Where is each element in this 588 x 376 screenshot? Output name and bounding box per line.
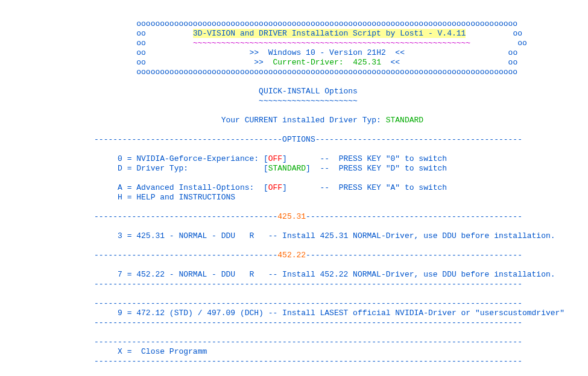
quick-install-title: QUICK-INSTALL Options (259, 87, 358, 96)
div-452-pre: --------------------------------------- (94, 251, 277, 260)
divider: ----------------------------------------… (94, 299, 522, 308)
option-a[interactable]: A = Advanced Install-Options: [ (118, 183, 268, 192)
divider: ----------------------------------------… (94, 357, 522, 366)
option-a-value: OFF (268, 183, 282, 192)
cur-pre: >> (254, 58, 273, 67)
windows-version: >> Windows 10 - Version 21H2 << (250, 48, 405, 57)
options-divider-post: ----------------------------------------… (315, 135, 522, 144)
options-divider-pre: ---------------------------------------- (94, 135, 282, 144)
quick-install-underline: ~~~~~~~~~~~~~~~~~~~~~ (259, 96, 358, 105)
option-0-value: OFF (268, 154, 282, 163)
divider: ----------------------------------------… (94, 280, 522, 289)
option-d[interactable]: D = Driver Typ: [ (118, 164, 268, 173)
option-a-post: ] -- PRESS KEY "A" to switch (282, 183, 447, 192)
border-side: oo (508, 58, 518, 67)
border-side: oo (517, 39, 527, 48)
border-side: oo (513, 29, 522, 38)
border-side: oo (136, 48, 146, 57)
border-side: oo (136, 39, 146, 48)
cur-post: << (381, 58, 400, 67)
div-425-pre: --------------------------------------- (94, 212, 277, 221)
div-452-post: ----------------------------------------… (306, 251, 522, 260)
script-title: 3D-VISION and DRIVER Installation Script… (193, 29, 466, 38)
option-d-value: STANDARD (268, 164, 306, 173)
options-divider-mid: OPTIONS (282, 135, 315, 144)
border-side: oo (508, 48, 518, 57)
current-typ-value: STANDARD (386, 116, 423, 125)
option-0[interactable]: 0 = NVIDIA-Geforce-Experiance: [ (118, 154, 268, 163)
current-typ-label: Your CURRENT installed Driver Typ: (221, 116, 386, 125)
option-9[interactable]: 9 = 472.12 (STD) / 497.09 (DCH) -- Insta… (118, 309, 564, 318)
option-d-post: ] -- PRESS KEY "D" to switch (306, 164, 447, 173)
current-driver: Current-Driver: 425.31 (273, 58, 381, 67)
border-side: oo (136, 29, 146, 38)
option-7[interactable]: 7 = 452.22 - NORMAL - DDU R -- Install 4… (118, 270, 555, 279)
div-452-mid: 452.22 (277, 251, 306, 260)
div-425-mid: 425.31 (277, 212, 306, 221)
option-0-post: ] -- PRESS KEY "0" to switch (282, 154, 447, 163)
border-bottom: oooooooooooooooooooooooooooooooooooooooo… (136, 67, 517, 77)
title-underline: ~~~~~~~~~~~~~~~~~~~~~~~~~~~~~~~~~~~~~~~~… (193, 39, 470, 48)
option-3[interactable]: 3 = 425.31 - NORMAL - DDU R -- Install 4… (118, 231, 555, 240)
divider: ----------------------------------------… (94, 318, 522, 327)
option-x[interactable]: X = Close Programm (118, 347, 207, 356)
div-425-post: ----------------------------------------… (306, 212, 522, 221)
divider: ----------------------------------------… (94, 337, 522, 346)
border-top: oooooooooooooooooooooooooooooooooooooooo… (136, 19, 517, 28)
option-h[interactable]: H = HELP and INSTRUCTIONS (118, 193, 235, 202)
border-side: oo (136, 58, 146, 67)
